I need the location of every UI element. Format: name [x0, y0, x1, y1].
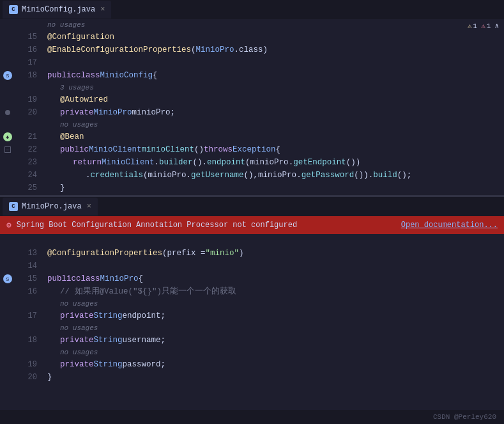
editor-pane-1: ⚠ 1 ⚠ 1 ∧ S — [0, 19, 504, 195]
notif-link[interactable]: Open documentation... — [401, 221, 498, 230]
spring-icon-18[interactable]: S — [3, 71, 12, 80]
gutter-cell-15 — [0, 31, 15, 43]
warnings-bar: ⚠ 1 ⚠ 1 ∧ — [468, 22, 499, 30]
notification-banner: ⚙ Spring Boot Configuration Annotation P… — [0, 216, 504, 234]
brace-close-25: } — [60, 182, 65, 194]
gutter-cell-p14 — [0, 260, 15, 272]
linenum-hint-p2 — [20, 322, 37, 334]
kw-public-22: public — [60, 143, 89, 156]
code-line-p14 — [47, 260, 499, 272]
code-line-p20: } — [47, 371, 499, 384]
gutter-2: S — [0, 234, 15, 410]
gutter-cell-p13 — [0, 247, 15, 260]
gutter-cell-21: ♣ — [0, 130, 15, 143]
hint-text-2: no usages — [60, 119, 98, 130]
code-line-p16: // 如果用@Value("${}")只能一个一个的获取 — [47, 285, 499, 298]
hint-text-p1: no usages — [60, 322, 98, 334]
error-count: 1 — [487, 22, 491, 30]
var-mp3: minioPro — [148, 169, 187, 182]
paren-u: (), — [244, 169, 259, 182]
gutter-cell-p19 — [0, 358, 15, 371]
paren-close-p13: ) — [239, 247, 244, 260]
type-mc-builder: MinioClient — [102, 156, 155, 169]
linenum-p14: 14 — [20, 260, 37, 272]
var-username: username; — [123, 334, 166, 347]
method-getEndpoint: getEndpoint — [293, 156, 346, 169]
kw-private-20: private — [60, 106, 94, 119]
annotation-autowired: @Autowired — [60, 93, 108, 106]
linenum-23: 23 — [20, 156, 37, 169]
tab-close-2[interactable]: × — [87, 202, 91, 211]
linenum-hint-1 — [20, 82, 37, 93]
chevron-icon[interactable]: ∧ — [494, 22, 499, 30]
linenum-hint-0 — [20, 19, 37, 31]
code-minioproclass: MinioPro — [196, 43, 234, 56]
paren-pw: ()). — [354, 169, 373, 182]
tab-minio-config[interactable]: C MinioConfig.java × — [3, 1, 111, 19]
code-hint-p-nousages-2: no usages — [47, 347, 499, 358]
kw-private-p19: private — [60, 358, 94, 371]
notif-text: Spring Boot Configuration Annotation Pro… — [17, 221, 396, 230]
annotation-configuration: @Configuration — [47, 31, 114, 43]
type-string-p18: String — [94, 334, 123, 347]
status-text: CSDN @Perley620 — [433, 413, 496, 421]
code-content-2: @ConfigurationProperties(prefix = "minio… — [42, 234, 504, 410]
brace-open-18: { — [153, 69, 158, 82]
collapse-icon-22[interactable]: − — [4, 146, 11, 153]
code-area-2: S 13 14 15 16 17 18 — [0, 234, 504, 410]
bean-icon-21[interactable]: ♣ — [3, 132, 12, 141]
method-getUsername: getUsername — [191, 169, 244, 182]
tab-bar-2: C MinioPro.java × — [0, 197, 504, 216]
linenum-p17: 17 — [20, 310, 37, 322]
var-password: password; — [123, 358, 166, 371]
linenum-p19: 19 — [20, 358, 37, 371]
hint-text-1: 3 usages — [60, 82, 94, 93]
gutter-1: S ♣ − — [0, 19, 15, 195]
var-mp4: minioPro — [258, 169, 296, 182]
linenum-hint-p — [20, 298, 37, 310]
code-content-1: no usages @Configuration @EnableConfigur… — [42, 19, 504, 195]
line-numbers-1: 15 16 17 18 19 20 21 22 23 24 25 — [15, 19, 42, 195]
editor-pane-2: S 13 14 15 16 17 18 — [0, 234, 504, 410]
code-line-p19: private String password; — [47, 358, 499, 371]
chain-dot: . — [86, 169, 91, 182]
method-build: build — [373, 169, 397, 182]
code-line-p15: public class MinioPro { — [47, 272, 499, 285]
gutter-cell-p-blank — [0, 234, 15, 247]
type-string-p17: String — [94, 310, 123, 322]
type-miniopro2: MinioPro — [100, 272, 139, 285]
linenum-22: 22 — [20, 143, 37, 156]
code-line-22: public MinioClient minioClient() throws … — [47, 143, 499, 156]
linenum-16: 16 — [20, 43, 37, 56]
kw-private-p17: private — [60, 310, 94, 322]
gutter-cell-p15: S — [0, 272, 15, 285]
linenum-17: 17 — [20, 56, 37, 69]
kw-class-18: class — [76, 69, 100, 82]
spring-icon-p15[interactable]: S — [3, 274, 12, 283]
fn-minioclient: minioClient — [142, 143, 195, 156]
gutter-cell-22: − — [0, 143, 15, 156]
linenum-15: 15 — [20, 31, 37, 43]
linenum-20: 20 — [20, 106, 37, 119]
gutter-cell-p20 — [0, 371, 15, 384]
warning-icon: ⚠ — [468, 22, 472, 30]
linenum-p20: 20 — [20, 371, 37, 384]
dot-mp: . — [289, 156, 294, 169]
gutter-cell-hint-1 — [0, 82, 15, 93]
gutter-cell-16 — [0, 43, 15, 56]
type-minioconfig: MinioConfig — [100, 69, 153, 82]
linenum-19: 19 — [20, 93, 37, 106]
method-credentials: credentials — [91, 169, 144, 182]
code-paren-16: ( — [191, 43, 196, 56]
kw-throws: throws — [204, 143, 233, 156]
paren-p13: (prefix = — [162, 247, 206, 260]
tab-label-1: MinioConfig.java — [22, 5, 95, 14]
kw-public-p15: public — [47, 272, 76, 285]
tab-close-1[interactable]: × — [100, 5, 105, 14]
dot-mp2: . — [187, 169, 192, 182]
code-line-15: @Configuration — [47, 31, 499, 43]
code-hint-p-nousages-1: no usages — [47, 322, 499, 334]
annotation-bean: @Bean — [60, 130, 84, 143]
tab-minio-pro[interactable]: C MinioPro.java × — [3, 198, 98, 216]
paren-end: ()) — [346, 156, 361, 169]
